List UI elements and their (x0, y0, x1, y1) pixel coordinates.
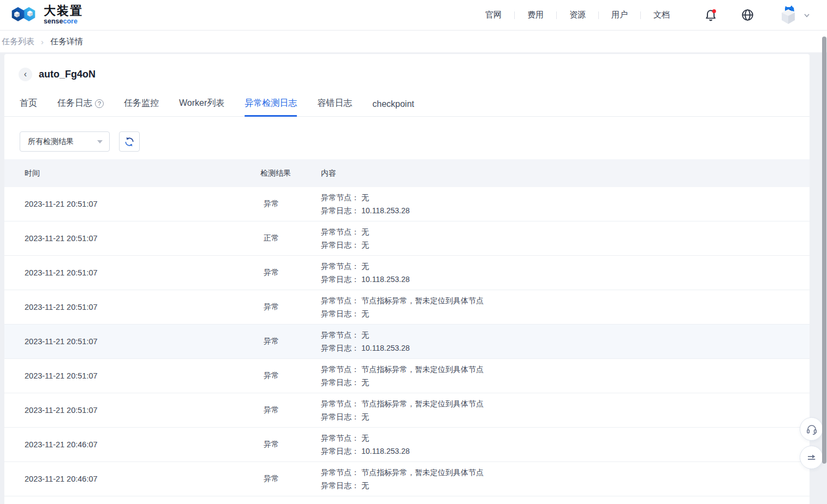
breadcrumb-task-list[interactable]: 任务列表 (2, 37, 34, 47)
cell-content: 异常节点：节点指标异常，暂未定位到具体节点 异常日志：无 (321, 466, 810, 492)
logo[interactable]: 大装置 sensecore (10, 3, 83, 28)
table-row: 2023-11-21 20:51:07 异常 异常节点：无 异常日志：10.11… (4, 325, 810, 359)
nav-item-official-site[interactable]: 官网 (473, 10, 514, 20)
col-header-content: 内容 (321, 169, 810, 178)
table-row: 2023-11-21 20:51:07 异常 异常节点：节点指标异常，暂未定位到… (4, 393, 810, 428)
cell-result: 异常 (260, 474, 321, 484)
logo-title: 大装置 (44, 5, 83, 17)
nav-item-billing[interactable]: 费用 (515, 10, 556, 20)
cell-result: 正常 (260, 233, 321, 243)
vertical-scrollbar[interactable] (822, 37, 826, 464)
cell-result: 异常 (260, 440, 321, 449)
logo-icon (10, 3, 39, 28)
support-headset-button[interactable] (800, 417, 823, 441)
back-button[interactable]: ‹ (19, 68, 32, 81)
title-row: ‹ auto_Fg4oN (4, 54, 810, 81)
breadcrumb: 任务列表 › 任务详情 (0, 31, 827, 52)
cell-time: 2023-11-21 20:51:07 (25, 234, 260, 243)
tab-worker-list[interactable]: Worker列表 (179, 98, 224, 116)
tab-checkpoint[interactable]: checkpoint (372, 99, 414, 116)
cell-content: 异常节点：无 异常日志：10.118.253.28 (321, 191, 810, 217)
cell-content: 异常节点：节点指标异常，暂未定位到具体节点 异常日志：无 (321, 363, 810, 389)
cell-time: 2023-11-21 20:51:07 (25, 303, 260, 311)
nav-item-resources[interactable]: 资源 (557, 10, 598, 20)
col-header-result: 检测结果 (260, 169, 321, 178)
nav-item-docs[interactable]: 文档 (641, 10, 682, 20)
cell-time: 2023-11-21 20:51:07 (25, 406, 260, 415)
language-globe-icon[interactable] (740, 8, 755, 22)
top-header: 大装置 sensecore 官网 费用 资源 用户 文档 (0, 0, 827, 31)
refresh-button[interactable] (119, 131, 140, 152)
tab-task-monitor[interactable]: 任务监控 (124, 98, 159, 116)
select-value: 所有检测结果 (28, 137, 74, 147)
cell-time: 2023-11-21 20:46:07 (25, 440, 260, 449)
table-row: 2023-11-21 20:46:07 异常 异常节点：无 异常日志：10.11… (4, 428, 810, 462)
main-content-card: ‹ auto_Fg4oN 首页 任务日志 ? 任务监控 Worker列表 异常检… (4, 54, 810, 504)
cell-content: 异常节点：节点指标异常，暂未定位到具体节点 异常日志：无 (321, 294, 810, 320)
breadcrumb-separator: › (41, 37, 44, 46)
cell-result: 异常 (260, 371, 321, 381)
cell-content: 异常节点：无 异常日志：无 (321, 225, 810, 251)
table-row: 2023-11-21 20:51:07 正常 异常节点：无 异常日志：无 (4, 221, 810, 256)
nav-item-users[interactable]: 用户 (599, 10, 640, 20)
caret-down-icon (97, 140, 103, 143)
table-header: 时间 检测结果 内容 (4, 159, 810, 187)
cell-result: 异常 (260, 405, 321, 415)
user-avatar[interactable] (778, 5, 811, 26)
tab-anomaly-detection-log[interactable]: 异常检测日志 (245, 98, 297, 116)
notification-bell-icon[interactable] (703, 8, 718, 23)
table-row: 2023-11-21 20:51:07 异常 异常节点：无 异常日志：10.11… (4, 256, 810, 290)
cell-time: 2023-11-21 20:51:07 (25, 337, 260, 346)
page-title: auto_Fg4oN (39, 69, 96, 80)
table-row: 2023-11-21 20:46:07 异常 异常节点：节点指标异常，暂未定位到… (4, 462, 810, 496)
filter-row: 所有检测结果 (20, 131, 810, 152)
table-row: 2023-11-21 20:51:07 异常 异常节点：无 异常日志：10.11… (4, 187, 810, 221)
chevron-down-icon (803, 11, 811, 19)
cell-content: 异常节点：节点指标异常，暂未定位到具体节点 异常日志：无 (321, 397, 810, 423)
cell-time: 2023-11-21 20:51:07 (25, 371, 260, 380)
avatar-mascot-icon (778, 5, 799, 26)
cell-time: 2023-11-21 20:51:07 (25, 200, 260, 208)
cell-result: 异常 (260, 268, 321, 278)
table-row: 2023-11-21 20:51:07 异常 异常节点：节点指标异常，暂未定位到… (4, 359, 810, 393)
arrow-lines-icon (805, 451, 818, 464)
cell-content: 异常节点：无 异常日志：10.118.253.28 (321, 431, 810, 458)
cell-time: 2023-11-21 20:51:07 (25, 268, 260, 277)
cell-result: 异常 (260, 337, 321, 346)
table-row: 2023-11-21 20:51:07 异常 异常节点：节点指标异常，暂未定位到… (4, 290, 810, 325)
logo-subtitle: sensecore (44, 18, 83, 25)
headset-icon (805, 423, 818, 436)
help-icon[interactable]: ? (95, 99, 104, 108)
quick-entry-button[interactable] (800, 446, 823, 469)
cell-time: 2023-11-21 20:46:07 (25, 475, 260, 483)
col-header-time: 时间 (25, 169, 260, 178)
cell-content: 异常节点：无 异常日志：10.118.253.28 (321, 328, 810, 355)
breadcrumb-task-detail: 任务详情 (50, 37, 83, 47)
refresh-icon (123, 136, 135, 148)
tab-home[interactable]: 首页 (20, 98, 37, 116)
tabs: 首页 任务日志 ? 任务监控 Worker列表 异常检测日志 容错日志 chec… (4, 98, 810, 117)
tab-fault-tolerance-log[interactable]: 容错日志 (317, 98, 352, 116)
cell-result: 异常 (260, 302, 321, 312)
cell-content: 异常节点：无 异常日志：10.118.253.28 (321, 260, 810, 286)
cell-result: 异常 (260, 199, 321, 209)
detection-result-select[interactable]: 所有检测结果 (20, 131, 110, 152)
tab-task-log[interactable]: 任务日志 ? (57, 98, 104, 116)
top-nav: 官网 费用 资源 用户 文档 (473, 5, 811, 26)
